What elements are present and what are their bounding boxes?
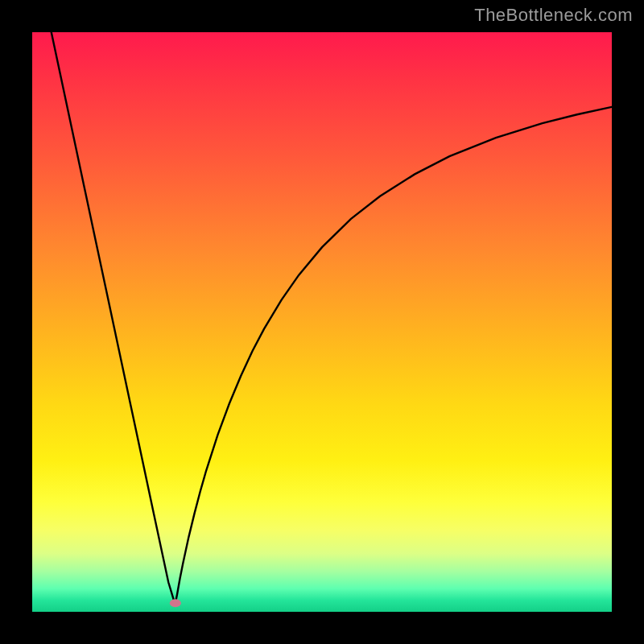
curve-right-branch (175, 107, 612, 603)
minimum-marker (170, 599, 181, 607)
watermark-text: TheBottleneck.com (474, 5, 633, 26)
curve-svg (32, 32, 612, 612)
curve-left-branch (52, 32, 175, 601)
chart-frame: TheBottleneck.com (0, 0, 644, 644)
plot-area (32, 32, 612, 612)
